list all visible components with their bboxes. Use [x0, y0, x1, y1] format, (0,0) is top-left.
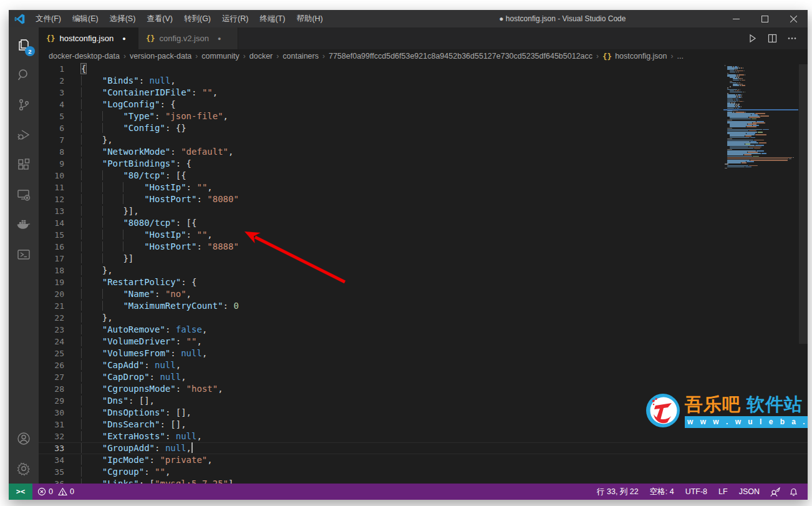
minimap[interactable] [725, 65, 796, 169]
code-line-13[interactable]: 13 }], [39, 205, 808, 217]
token-punc: , [213, 87, 218, 97]
extensions-icon[interactable] [9, 150, 39, 180]
statusbar-encoding[interactable]: UTF-8 [680, 484, 713, 500]
code-line-18[interactable]: 18 }, [39, 265, 808, 276]
code-line-26[interactable]: 26 "CapAdd": null, [39, 359, 808, 371]
breadcrumb-item-file[interactable]: hostconfig.json [615, 52, 667, 61]
line-number: 25 [39, 348, 81, 359]
tab-label: config.v2.json [159, 34, 209, 43]
settings-gear-icon[interactable] [9, 454, 39, 484]
line-number: 23 [39, 324, 81, 336]
indent-guide [81, 479, 102, 484]
breadcrumb-item[interactable]: containers [283, 52, 319, 61]
maximize-button[interactable] [750, 10, 779, 27]
code-line-12[interactable]: 12 "HostPort": "8080" [39, 193, 808, 205]
code-line-6[interactable]: 6 "Config": {} [39, 122, 808, 134]
menu-item-6[interactable]: 终端(T) [254, 10, 291, 27]
vscode-logo-icon[interactable] [9, 14, 30, 24]
vertical-scrollbar[interactable] [799, 64, 808, 344]
code-line-17[interactable]: 17 }] [39, 253, 808, 265]
code-line-16[interactable]: 16 "HostPort": "8888" [39, 241, 808, 253]
breadcrumb-item-more[interactable]: ... [677, 52, 684, 61]
breadcrumb-item[interactable]: docker-desktop-data [49, 52, 120, 61]
code-line-34[interactable]: 34 "IpcMode": "private", [39, 454, 808, 466]
menu-item-2[interactable]: 选择(S) [104, 10, 142, 27]
code-line-8[interactable]: 8 "NetworkMode": "default", [39, 146, 808, 158]
breadcrumb-item[interactable]: docker [249, 52, 273, 61]
breadcrumb-item[interactable]: community [201, 52, 239, 61]
code-line-36[interactable]: 36 "Links": ["mysql:5.7.25"] [39, 478, 808, 484]
code-line-33[interactable]: 33 "GroupAdd": null, [39, 442, 808, 454]
token-punc: {} [176, 123, 186, 133]
code-line-4[interactable]: 4 "LogConfig": { [39, 99, 808, 110]
tab-config.v2.json[interactable]: {}config.v2.json● [138, 27, 238, 49]
code-line-32[interactable]: 32 "ExtraHosts": null, [39, 431, 808, 442]
code-line-15[interactable]: 15 "HostIp": "", [39, 229, 808, 241]
menu-item-1[interactable]: 编辑(E) [67, 10, 104, 27]
line-number: 32 [39, 431, 81, 442]
feedback-icon[interactable] [765, 484, 785, 500]
run-debug-icon[interactable] [9, 120, 39, 150]
account-icon[interactable] [9, 424, 39, 454]
statusbar-cursor-position[interactable]: 行 33, 列 22 [591, 484, 644, 500]
powershell-icon[interactable] [9, 240, 39, 270]
code-line-9[interactable]: 9 "PortBindings": { [39, 158, 808, 170]
remote-indicator[interactable]: >< [9, 484, 32, 500]
code-line-5[interactable]: 5 "Type": "json-file", [39, 110, 808, 122]
menu-item-3[interactable]: 查看(V) [141, 10, 178, 27]
more-actions-icon[interactable] [785, 32, 799, 46]
problems-indicator[interactable]: 0 0 [32, 484, 79, 500]
code-line-29[interactable]: 29 "Dns": [], [39, 395, 808, 407]
code-line-3[interactable]: 3 "ContainerIDFile": "", [39, 87, 808, 99]
explorer-icon[interactable]: 2 [9, 30, 39, 60]
search-icon[interactable] [9, 60, 39, 90]
menu-item-5[interactable]: 运行(R) [216, 10, 254, 27]
code-line-30[interactable]: 30 "DnsOptions": [], [39, 407, 808, 419]
indent-guide [102, 218, 123, 228]
statusbar-eol[interactable]: LF [713, 484, 733, 500]
code-line-19[interactable]: 19 "RestartPolicy": { [39, 276, 808, 288]
code-line-25[interactable]: 25 "VolumesFrom": null, [39, 348, 808, 359]
code-line-21[interactable]: 21 "MaximumRetryCount": 0 [39, 300, 808, 312]
code-line-2[interactable]: 2 "Binds": null, [39, 75, 808, 87]
breadcrumb-item[interactable]: version-pack-data [130, 52, 191, 61]
code-line-1[interactable]: 1{ [39, 63, 808, 75]
code-line-28[interactable]: 28 "CgroupnsMode": "host", [39, 383, 808, 395]
statusbar-language-mode[interactable]: JSON [733, 484, 765, 500]
minimap-segment [735, 99, 738, 100]
code-line-text: "DnsSearch": [], [81, 419, 186, 431]
code-line-22[interactable]: 22 }, [39, 312, 808, 324]
breadcrumb-item[interactable]: 7758ef0a99ffccd5d6f53e921c8a9452b36d5512… [329, 52, 592, 61]
tab-modified-dot[interactable]: ● [218, 36, 221, 42]
code-line-14[interactable]: 14 "8080/tcp": [{ [39, 217, 808, 229]
code-line-27[interactable]: 27 "CapDrop": null, [39, 371, 808, 383]
menu-item-4[interactable]: 转到(G) [178, 10, 216, 27]
minimap-segment [727, 165, 748, 167]
run-file-icon[interactable] [745, 32, 759, 46]
source-control-icon[interactable] [9, 90, 39, 120]
minimize-button[interactable] [722, 10, 750, 27]
code-line-7[interactable]: 7 }, [39, 134, 808, 146]
minimap-line [725, 168, 796, 169]
minimap-segment [730, 119, 751, 120]
docker-icon[interactable] [9, 210, 39, 240]
line-number: 22 [39, 312, 81, 324]
menu-item-7[interactable]: 帮助(H) [291, 10, 328, 27]
code-line-20[interactable]: 20 "Name": "no", [39, 288, 808, 300]
tab-modified-dot[interactable]: ● [122, 36, 125, 42]
split-editor-icon[interactable] [765, 32, 779, 46]
code-editor[interactable]: 1{2 "Binds": null,3 "ContainerIDFile": "… [39, 63, 808, 484]
token-key: "GroupAdd" [102, 443, 155, 453]
close-button[interactable] [779, 10, 808, 27]
code-line-11[interactable]: 11 "HostIp": "", [39, 182, 808, 193]
remote-explorer-icon[interactable] [9, 180, 39, 210]
menu-item-0[interactable]: 文件(F) [30, 10, 67, 27]
code-line-10[interactable]: 10 "80/tcp": [{ [39, 170, 808, 182]
code-line-24[interactable]: 24 "VolumeDriver": "", [39, 336, 808, 348]
code-line-23[interactable]: 23 "AutoRemove": false, [39, 324, 808, 336]
notifications-bell-icon[interactable] [785, 484, 803, 500]
statusbar-indentation[interactable]: 空格: 4 [644, 484, 680, 500]
tab-hostconfig.json[interactable]: {}hostconfig.json● [39, 27, 138, 49]
code-line-35[interactable]: 35 "Cgroup": "", [39, 466, 808, 478]
code-line-31[interactable]: 31 "DnsSearch": [], [39, 419, 808, 431]
